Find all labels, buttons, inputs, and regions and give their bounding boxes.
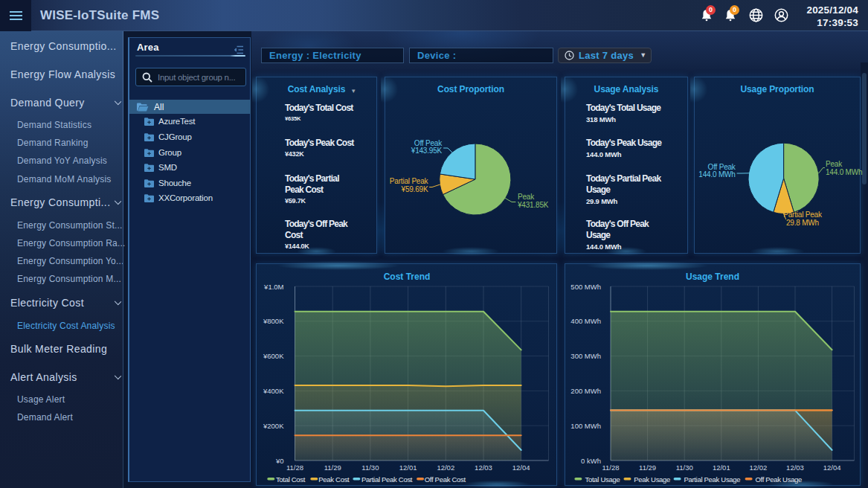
svg-text:Total Cost: Total Cost: [276, 475, 306, 484]
svg-text:11/28: 11/28: [286, 463, 303, 472]
svg-text:¥400K: ¥400K: [263, 387, 284, 395]
svg-text:11/28: 11/28: [602, 463, 619, 472]
svg-text:Peak Usage: Peak Usage: [634, 475, 670, 484]
svg-text:Peak: Peak: [518, 193, 535, 201]
svg-text:144.0 MWh: 144.0 MWh: [698, 170, 735, 179]
svg-text:Partial Peak Usage: Partial Peak Usage: [684, 475, 740, 484]
svg-text:29.8 MWh: 29.8 MWh: [786, 219, 819, 227]
svg-text:300 MWh: 300 MWh: [570, 352, 601, 360]
svg-text:Partial Peak Cost: Partial Peak Cost: [361, 475, 413, 484]
svg-text:12/04: 12/04: [512, 463, 530, 472]
svg-text:11/29: 11/29: [639, 463, 656, 472]
svg-text:12/02: 12/02: [437, 463, 454, 472]
svg-text:12/02: 12/02: [750, 463, 768, 472]
svg-text:12/01: 12/01: [399, 463, 417, 472]
svg-text:11/30: 11/30: [676, 463, 693, 472]
svg-text:11/30: 11/30: [361, 463, 379, 472]
svg-text:¥1.0M: ¥1.0M: [263, 283, 283, 291]
svg-text:11/29: 11/29: [324, 463, 341, 472]
svg-text:Partial Peak: Partial Peak: [783, 211, 823, 219]
svg-text:¥200K: ¥200K: [263, 422, 284, 430]
svg-text:Off Peak Usage: Off Peak Usage: [755, 475, 802, 484]
svg-text:¥600K: ¥600K: [263, 352, 284, 360]
svg-text:Partial Peak: Partial Peak: [390, 177, 429, 185]
svg-text:¥59.69K: ¥59.69K: [401, 185, 428, 193]
svg-text:Cost Trend: Cost Trend: [384, 272, 431, 282]
svg-text:12/03: 12/03: [786, 463, 804, 472]
svg-text:100 MWh: 100 MWh: [570, 422, 601, 430]
svg-text:500 MWh: 500 MWh: [570, 283, 601, 291]
svg-text:12/04: 12/04: [823, 463, 841, 472]
svg-text:Peak Cost: Peak Cost: [318, 475, 350, 484]
svg-text:¥143.95K: ¥143.95K: [411, 147, 443, 155]
svg-text:12/03: 12/03: [475, 463, 492, 472]
svg-text:Off Peak: Off Peak: [708, 163, 736, 171]
svg-text:Peak: Peak: [826, 160, 843, 168]
svg-text:¥431.85K: ¥431.85K: [517, 201, 549, 209]
svg-text:12/01: 12/01: [713, 463, 730, 472]
svg-text:400 MWh: 400 MWh: [570, 317, 601, 325]
svg-text:200 MWh: 200 MWh: [570, 387, 601, 395]
svg-text:Total Usage: Total Usage: [585, 475, 620, 484]
svg-text:¥0: ¥0: [275, 457, 284, 465]
svg-text:Off Peak: Off Peak: [414, 139, 443, 147]
svg-text:0 kWh: 0 kWh: [581, 457, 601, 465]
svg-text:Usage Trend: Usage Trend: [686, 272, 739, 282]
svg-text:144.0 MWh: 144.0 MWh: [826, 168, 862, 176]
svg-text:Off Peak Cost: Off Peak Cost: [425, 475, 466, 484]
svg-text:¥800K: ¥800K: [263, 317, 284, 325]
